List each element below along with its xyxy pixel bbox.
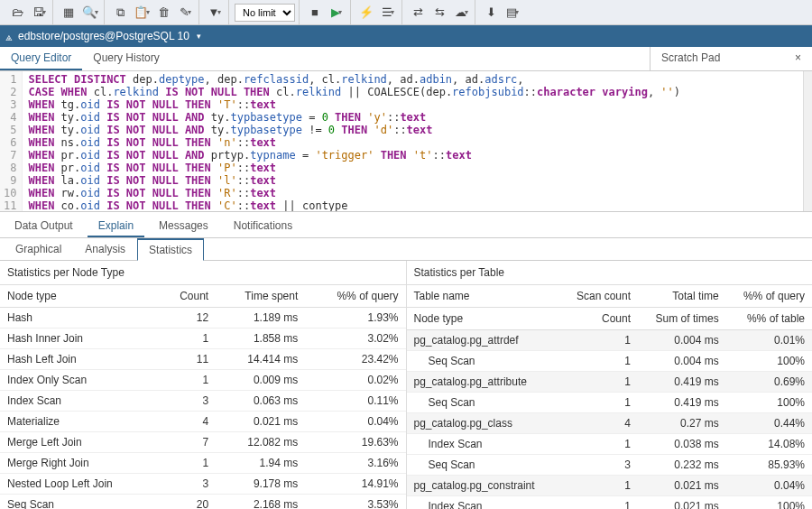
commit-icon[interactable]: ⇄ (408, 3, 428, 23)
col-pct: %% of query (305, 285, 405, 308)
col-sum-times: Sum of times (638, 308, 726, 330)
table-row[interactable]: pg_catalog.pg_class40.27 ms0.44% (407, 413, 813, 434)
table-row[interactable]: Seq Scan10.004 ms100% (407, 351, 813, 372)
macro-icon[interactable]: ▤▾ (503, 3, 522, 23)
code-content[interactable]: SELECT DISTINCT dep.deptype, dep.refclas… (23, 71, 803, 211)
sql-editor[interactable]: 1234567891011 SELECT DISTINCT dep.deptyp… (0, 71, 803, 211)
col-time: Time spent (216, 285, 305, 308)
tab-data-output[interactable]: Data Output (4, 216, 84, 237)
save-icon[interactable]: 🖫▾ (29, 3, 49, 23)
download-icon[interactable]: ⬇ (481, 3, 501, 23)
cloud-icon[interactable]: ☁▾ (451, 3, 471, 23)
table-stats-title: Statistics per Table (407, 261, 813, 284)
find-icon[interactable]: ▦ (59, 3, 78, 23)
editor-area: 1234567891011 SELECT DISTINCT dep.deptyp… (0, 71, 812, 212)
table-row[interactable]: Index Scan30.063 ms0.11% (0, 391, 406, 412)
close-icon[interactable]: × (795, 51, 801, 66)
table-row[interactable]: pg_catalog.pg_attribute10.419 ms0.69% (407, 372, 813, 393)
table-row[interactable]: pg_catalog.pg_constraint10.021 ms0.04% (407, 476, 813, 496)
edit-icon[interactable]: ✎▾ (175, 3, 195, 23)
table-row[interactable]: Hash Inner Join11.858 ms3.02% (0, 329, 406, 349)
table-row[interactable]: Index Scan10.038 ms14.08% (407, 434, 813, 455)
col-total-time: Total time (638, 285, 726, 308)
explain-opts-icon[interactable]: ☰▾ (378, 3, 398, 23)
result-tabs: Data Output Explain Messages Notificatio… (0, 212, 812, 238)
col-pct-table: %% of table (726, 308, 812, 330)
search-icon[interactable]: 🔍▾ (80, 3, 100, 23)
vertical-scrollbar[interactable] (803, 71, 812, 211)
col-scan-count: Scan count (560, 285, 638, 308)
table-row[interactable]: Seq Scan202.168 ms3.53% (0, 495, 406, 510)
table-row[interactable]: Merge Right Join11.94 ms3.16% (0, 453, 406, 474)
table-row[interactable]: Seq Scan30.232 ms85.93% (407, 455, 813, 476)
table-row[interactable]: Hash121.189 ms1.93% (0, 308, 406, 329)
table-row[interactable]: Index Scan10.021 ms100% (407, 496, 813, 510)
table-row[interactable]: pg_catalog.pg_attrdef10.004 ms0.01% (407, 330, 813, 351)
table-row[interactable]: Seq Scan10.419 ms100% (407, 393, 813, 413)
col-pct-query: %% of query (726, 285, 812, 308)
filter-icon[interactable]: ▼▾ (205, 3, 225, 23)
subtab-graphical[interactable]: Graphical (4, 238, 73, 260)
explain-icon[interactable]: ⚡ (356, 3, 376, 23)
tab-messages[interactable]: Messages (148, 216, 219, 237)
statistics-panels: Statistics per Node Type Node type Count… (0, 261, 812, 509)
node-stats-title: Statistics per Node Type (0, 261, 406, 284)
stop-icon[interactable]: ■ (305, 3, 325, 23)
node-stats-table: Node type Count Time spent %% of query H… (0, 284, 406, 509)
tab-explain[interactable]: Explain (88, 216, 144, 237)
tab-notifications[interactable]: Notifications (223, 216, 303, 237)
copy-icon[interactable]: ⧉ (110, 3, 130, 23)
tab-query-editor[interactable]: Query Editor (0, 47, 82, 70)
tab-scratch-pad[interactable]: Scratch Pad × (650, 47, 812, 70)
table-row[interactable]: Nested Loop Left Join39.178 ms14.91% (0, 474, 406, 495)
subtab-analysis[interactable]: Analysis (73, 238, 137, 260)
col-count: Count (159, 285, 217, 308)
database-icon: ⟁ (5, 30, 13, 43)
table-row[interactable]: Index Only Scan10.009 ms0.02% (0, 370, 406, 391)
delete-icon[interactable]: 🗑 (153, 3, 173, 23)
tab-query-history[interactable]: Query History (82, 47, 170, 70)
connection-label: edbstore/postgres@PostgreSQL 10 (18, 30, 189, 42)
table-row[interactable]: Hash Left Join1114.414 ms23.42% (0, 349, 406, 370)
subtab-statistics[interactable]: Statistics (137, 238, 204, 261)
node-type-stats-panel: Statistics per Node Type Node type Count… (0, 261, 407, 509)
col-node-type: Node type (0, 285, 159, 308)
col-node-type2: Node type (407, 308, 560, 330)
line-gutter: 1234567891011 (0, 71, 23, 211)
table-row[interactable]: Merge Left Join712.082 ms19.63% (0, 432, 406, 453)
editor-tabs: Query Editor Query History Scratch Pad × (0, 47, 812, 71)
execute-icon[interactable]: ▶▾ (327, 3, 346, 23)
table-stats-table: Table name Scan count Total time %% of q… (407, 284, 813, 509)
col-count2: Count (560, 308, 638, 330)
table-row[interactable]: Materialize40.021 ms0.04% (0, 412, 406, 432)
open-file-icon[interactable]: 🗁 (7, 3, 27, 23)
main-toolbar: 🗁 🖫▾ ▦ 🔍▾ ⧉ 📋▾ 🗑 ✎▾ ▼▾ No limit ■ ▶▾ ⚡ ☰… (0, 0, 812, 25)
explain-subtabs: Graphical Analysis Statistics (0, 238, 812, 261)
limit-select[interactable]: No limit (235, 4, 295, 22)
connection-bar[interactable]: ⟁ edbstore/postgres@PostgreSQL 10 ▾ (0, 25, 812, 47)
table-stats-panel: Statistics per Table Table name Scan cou… (407, 261, 813, 509)
chevron-down-icon: ▾ (197, 32, 201, 41)
col-table-name: Table name (407, 285, 560, 308)
paste-icon[interactable]: 📋▾ (132, 3, 152, 23)
rollback-icon[interactable]: ⇆ (429, 3, 449, 23)
